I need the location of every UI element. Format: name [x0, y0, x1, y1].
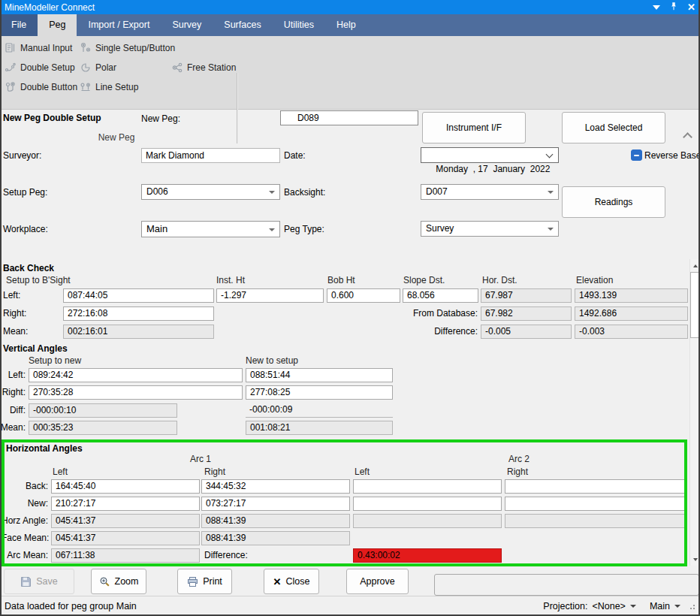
- ribbon-polar[interactable]: Polar: [80, 60, 116, 75]
- header-setup-to-new: Setup to new: [29, 355, 81, 366]
- bc-left-hor-dst: 67.987: [481, 288, 572, 303]
- close-button[interactable]: ✕ Close: [264, 569, 319, 594]
- va-right-new-to-setup[interactable]: 277:08:25: [246, 385, 393, 400]
- load-selected-button[interactable]: Load Selected: [562, 112, 665, 143]
- tab-survey[interactable]: Survey: [161, 14, 213, 36]
- va-right-setup-to-new[interactable]: 270:35:28: [29, 385, 243, 400]
- workplace-combo[interactable]: Main: [141, 221, 280, 237]
- tab-help[interactable]: Help: [325, 14, 367, 36]
- instrument-if-button[interactable]: Instrument I/F: [422, 112, 526, 143]
- va-mean-label: Mean:: [0, 422, 26, 433]
- approve-button[interactable]: Approve: [346, 569, 409, 594]
- arc1-header: Arc 1: [51, 454, 350, 464]
- double-button-icon: [5, 81, 17, 93]
- readings-button[interactable]: Readings: [562, 186, 665, 218]
- ribbon-group-label: New Peg: [45, 132, 188, 143]
- bc-difference-label: Difference:: [391, 326, 478, 337]
- section-title-new-peg-double-setup: New Peg Double Setup: [3, 113, 101, 123]
- ribbon-double-button[interactable]: Double Button: [5, 80, 77, 95]
- ribbon-group-separator: [237, 73, 237, 143]
- scroll-up-button[interactable]: [690, 259, 700, 272]
- surveyor-label: Surveyor:: [3, 150, 41, 161]
- ribbon-manual-input[interactable]: Manual Input: [5, 41, 72, 56]
- back-check-left-label: Left:: [3, 290, 20, 300]
- ribbon-item-label: Line Setup: [95, 82, 138, 92]
- tab-surfaces[interactable]: Surfaces: [213, 14, 272, 36]
- window-menu-dropdown-icon[interactable]: [653, 5, 660, 10]
- header-slope-dst: Slope Dst.: [403, 275, 445, 285]
- backsight-label: Backsight:: [284, 187, 325, 198]
- ribbon-single-setup-button[interactable]: Single Setup/Button: [80, 41, 175, 56]
- single-setup-icon: [80, 42, 92, 54]
- ha-new-arc2-right[interactable]: [505, 497, 685, 511]
- new-peg-input[interactable]: D089: [280, 110, 418, 125]
- date-value: Monday , 17 January 2022: [436, 164, 550, 174]
- bc-bob-ht[interactable]: 0.600: [327, 288, 400, 303]
- print-button[interactable]: Print: [177, 569, 232, 594]
- printer-icon: [187, 576, 198, 587]
- scroll-down-button[interactable]: [690, 553, 700, 566]
- scrollbar-thumb[interactable]: [690, 272, 699, 338]
- bc-db-elevation: 1492.686: [575, 306, 688, 321]
- combo-arrow-icon: [548, 228, 554, 231]
- ribbon-free-station[interactable]: Free Station: [171, 60, 236, 75]
- va-left-label: Left:: [0, 370, 26, 380]
- ha-horz-angle-label: Horz Angle:: [2, 515, 48, 526]
- header-new-to-setup: New to setup: [246, 355, 298, 366]
- close-icon[interactable]: ✕: [687, 2, 695, 12]
- backsight-combo[interactable]: D007: [421, 184, 559, 200]
- ha-new-arc1-right[interactable]: 073:27:17: [201, 497, 350, 511]
- bc-inst-ht[interactable]: -1.297: [216, 288, 324, 303]
- ribbon-item-label: Double Setup: [20, 62, 75, 73]
- tab-file[interactable]: File: [0, 14, 38, 36]
- ha-back-arc2-right[interactable]: [505, 479, 685, 494]
- va-right-label: Right:: [0, 387, 26, 397]
- ha-face-mean-label: Face Mean:: [2, 533, 48, 543]
- workplace-dropdown-icon[interactable]: [674, 605, 680, 608]
- ha-back-arc1-right[interactable]: 344:45:32: [201, 479, 350, 494]
- vertical-scrollbar[interactable]: [689, 259, 699, 566]
- zoom-button[interactable]: Zoom: [91, 569, 146, 594]
- bc-slope-dst[interactable]: 68.056: [403, 288, 478, 303]
- ha-back-arc1-left[interactable]: 164:45:40: [51, 479, 200, 494]
- peg-type-combo[interactable]: Survey: [421, 221, 559, 237]
- va-diff-label: Diff:: [0, 405, 26, 415]
- backsight-value: D007: [426, 186, 448, 197]
- combo-arrow-icon: [269, 228, 275, 231]
- tab-utilities[interactable]: Utilities: [273, 14, 325, 36]
- va-left-setup-to-new[interactable]: 089:24:42: [29, 368, 243, 382]
- resize-grip[interactable]: [688, 602, 695, 610]
- va-left-new-to-setup[interactable]: 088:51:44: [246, 368, 393, 382]
- bc-right-setup-bsight[interactable]: 272:16:08: [63, 306, 214, 321]
- reverse-base-checkbox[interactable]: [631, 149, 642, 161]
- back-check-mean-label: Mean:: [3, 326, 28, 337]
- ha-back-arc2-left[interactable]: [353, 479, 502, 494]
- ha-face-arc1-right: 088:41:39: [201, 531, 350, 545]
- ha-new-arc2-left[interactable]: [353, 497, 502, 511]
- back-check-right-label: Right:: [3, 308, 26, 319]
- arc1-right-header: Right: [204, 467, 225, 477]
- ribbon-collapse-icon[interactable]: [683, 132, 692, 142]
- app-window: MineModeller Connect ✕ File Peg Import /…: [0, 0, 700, 616]
- va-diff-new-to-setup: -000:00:09: [246, 403, 393, 418]
- tab-peg[interactable]: Peg: [38, 14, 77, 36]
- tab-import-export[interactable]: Import / Export: [77, 14, 161, 36]
- bc-diff-elevation: -0.003: [575, 325, 688, 339]
- date-picker[interactable]: Monday , 17 January 2022: [421, 147, 559, 163]
- ribbon-double-setup[interactable]: Double Setup: [5, 60, 75, 75]
- ribbon-line-setup[interactable]: Line Setup: [80, 80, 138, 95]
- projection-dropdown-icon[interactable]: [630, 605, 636, 608]
- peg-type-label: Peg Type:: [284, 224, 324, 234]
- ribbon-item-label: Free Station: [187, 62, 236, 73]
- ribbon-item-label: Polar: [95, 62, 116, 73]
- ha-horz-arc2-left: [353, 514, 502, 528]
- pin-icon[interactable]: [669, 2, 678, 13]
- header-inst-ht: Inst. Ht: [216, 275, 245, 285]
- setup-peg-combo[interactable]: D006: [141, 184, 280, 200]
- status-workplace-value[interactable]: Main: [650, 601, 670, 611]
- ribbon: Manual Input Single Setup/Button Double …: [0, 36, 700, 110]
- bc-left-setup-bsight[interactable]: 087:44:05: [63, 288, 214, 303]
- projection-value[interactable]: <None>: [592, 601, 625, 611]
- ha-new-arc1-left[interactable]: 210:27:17: [51, 497, 200, 511]
- ha-difference-label: Difference:: [204, 550, 248, 560]
